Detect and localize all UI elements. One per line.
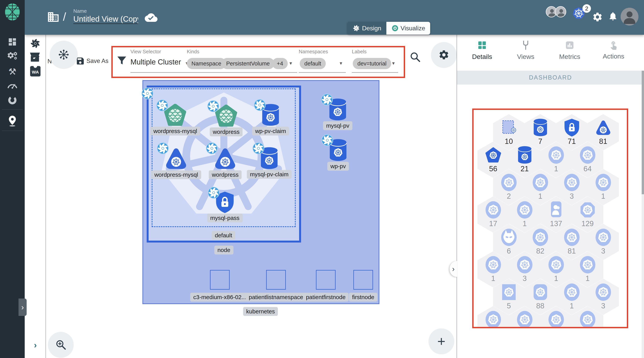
search-icon[interactable] [410,51,421,63]
zoom-in-button[interactable] [48,332,74,357]
label-chip[interactable]: dev=tutorial [353,58,391,69]
sidebar-divider [2,131,23,131]
k8s-kind-icon [548,310,564,328]
canvas-node[interactable]: wp-pv-claim [252,104,289,136]
kinds-caret-icon[interactable]: ▾ [290,60,292,66]
cluster-label: kubernetes [243,307,278,316]
tab-actions[interactable]: Actions [592,40,635,60]
canvas-panel-divider [456,35,457,358]
node-label: wordpress [209,170,242,179]
k8s-kind-icon [548,255,564,274]
canvas-node[interactable]: wordpress [209,147,242,179]
k8s-kind-icon [485,201,502,219]
view-name-input[interactable] [73,15,138,24]
meshsync-badge-icon [207,100,220,112]
sidebar-item-toolkit[interactable]: ⚒ [0,67,25,77]
k8s-kind-icon [532,173,549,192]
node-label: mysql-pv-claim [247,170,292,179]
hex-cell-k8s[interactable] [509,306,540,328]
layout-network-button[interactable] [50,41,78,69]
meshsync-badge-icon [254,99,266,111]
sidebar-item-extensions[interactable] [0,95,25,105]
sidebar-divider [2,109,23,110]
meshery-logo[interactable] [0,0,25,35]
details-panel: Details Views Metrics Actions DASHBOARD … [457,35,644,358]
sidebar-item-dashboard[interactable] [0,37,25,47]
metrics-chart-icon [565,40,575,50]
meshery-pinwheel-icon[interactable] [25,38,46,49]
square-kind-icon [500,283,517,301]
settings-gear-icon[interactable] [592,12,603,23]
user-avatar[interactable] [621,8,638,26]
node-label: wordpress [210,127,242,136]
tab-views[interactable]: Views [504,40,547,61]
host-node-square[interactable] [266,270,286,290]
namespaces-caret-icon[interactable]: ▾ [340,60,342,66]
tab-details[interactable]: Details [461,40,503,61]
sidebar-item-lifecycle[interactable] [0,51,25,61]
kind-chip[interactable]: Namespace [187,58,226,69]
sidebar-expand-handle[interactable]: › [18,298,27,316]
host-node-square[interactable] [210,270,230,290]
tab-design[interactable]: Design [348,22,386,35]
design-tab-label: Design [362,25,381,32]
name-field-label: Name [73,8,87,14]
node-label: mysql-pv [323,121,352,130]
tab-metrics[interactable]: Metrics [548,40,591,61]
canvas-node[interactable]: wordpress-mysql [151,147,201,179]
hex-cell-k8s[interactable] [540,306,572,328]
host-node-label: firstnode [349,293,377,302]
view-selector-value[interactable]: Multiple Cluster [130,58,181,66]
host-node-square[interactable] [316,270,336,290]
cloud-saved-icon [145,11,158,24]
kinds-label: Kinds [187,49,199,55]
canvas-node[interactable]: wordpress-mysql [150,104,200,136]
catalog-archive-edit-icon[interactable] [25,51,46,64]
sidebar-item-kanvas[interactable] [0,115,25,127]
kind-chip-more[interactable]: +4 [272,58,288,69]
organization-icon[interactable] [47,11,60,23]
mode-toggle: Design Visualize [348,22,430,35]
daemon-kind-icon [500,228,517,247]
canvas-settings-gear-button[interactable] [431,42,456,68]
k8s-kind-icon [564,173,580,192]
k8s-kind-icon [579,255,596,274]
volume-kind-icon [532,118,549,137]
hex-cell-k8s[interactable] [478,306,509,328]
wasm-icon[interactable]: WA [25,66,46,77]
node-label: wp-pv [327,162,349,171]
canvas-node[interactable]: mysql-pv [323,98,352,130]
meshsync-badge-icon [321,134,334,146]
panel-collapse-handle[interactable]: › [450,261,457,277]
panel-scrollbar-thumb[interactable] [642,71,644,194]
namespace-kind-icon [500,118,517,137]
k8s-kind-icon [485,310,502,328]
kind-chip[interactable]: PersistentVolume [222,58,274,69]
meshsync-badge-icon [252,142,264,154]
hex-cell-k8s[interactable] [572,306,603,328]
views-branch-icon [521,40,531,50]
add-node-button[interactable]: + [429,328,454,354]
tab-label: Actions [603,53,624,60]
k8s-kind-icon [532,228,549,247]
save-as-button[interactable]: Save As [86,58,108,65]
actions-hand-icon [609,40,618,50]
design-pinwheel-icon [352,24,360,32]
canvas-node[interactable]: mysql-pv-claim [247,147,292,179]
strip-expand-chevron[interactable]: › [25,340,46,350]
labels-caret-icon[interactable]: ▾ [392,60,395,66]
octagon-kind-icon [579,201,596,219]
tab-visualize[interactable]: Visualize [386,22,430,35]
canvas-node[interactable]: wp-pv [327,139,349,171]
meshsync-badge-icon [206,142,218,154]
collaborator-avatar[interactable] [555,6,566,17]
namespace-chip[interactable]: default [300,58,326,69]
canvas-node[interactable]: wordpress [210,105,242,136]
k8s-kind-icon [548,146,564,164]
notifications-bell-icon[interactable] [608,11,618,21]
namespaces-label: Namespaces [299,49,328,55]
node-label: mysql-pass [207,214,242,222]
canvas-node[interactable]: mysql-pass [207,191,242,222]
sidebar-item-performance[interactable] [0,81,25,90]
host-node-square[interactable] [353,270,373,290]
